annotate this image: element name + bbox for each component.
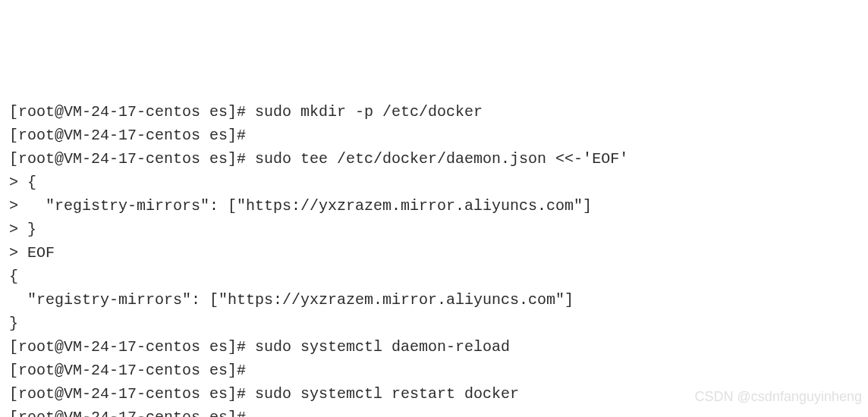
terminal-line: { bbox=[9, 265, 859, 288]
terminal-line: > EOF bbox=[9, 241, 859, 265]
terminal-line: > { bbox=[9, 171, 859, 194]
terminal-line: > "registry-mirrors": ["https://yxzrazem… bbox=[9, 194, 859, 218]
terminal-line: > } bbox=[9, 218, 859, 241]
terminal-line: [root@VM-24-17-centos es]# sudo mkdir -p… bbox=[9, 100, 859, 124]
terminal-line: } bbox=[9, 312, 859, 335]
watermark-text: CSDN @csdnfanguyinheng bbox=[695, 387, 862, 408]
terminal-line: [root@VM-24-17-centos es]# sudo systemct… bbox=[9, 335, 859, 359]
terminal-output[interactable]: [root@VM-24-17-centos es]# sudo mkdir -p… bbox=[9, 100, 859, 417]
terminal-line: "registry-mirrors": ["https://yxzrazem.m… bbox=[9, 288, 859, 312]
terminal-line: [root@VM-24-17-centos es]# sudo tee /etc… bbox=[9, 147, 859, 171]
terminal-line: [root@VM-24-17-centos es]# bbox=[9, 124, 859, 147]
terminal-line: [root@VM-24-17-centos es]# bbox=[9, 359, 859, 382]
